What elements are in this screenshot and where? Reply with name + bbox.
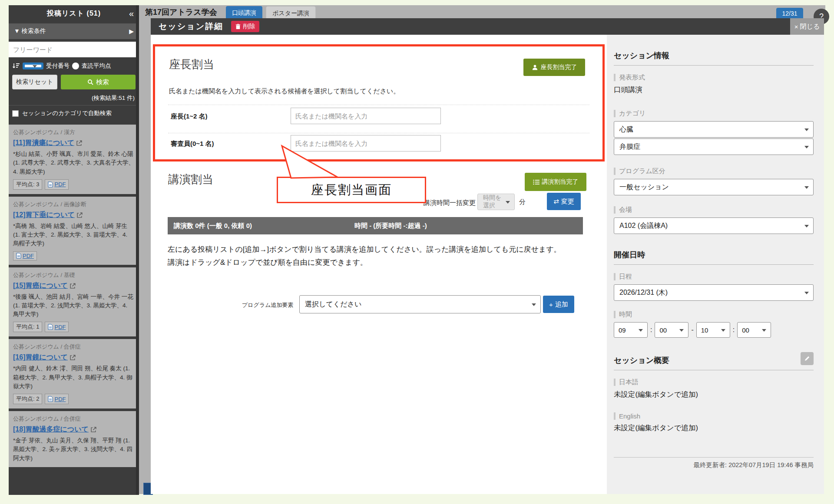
collapse-sidebar-icon[interactable]: « xyxy=(129,5,134,22)
modal-backdrop xyxy=(139,18,151,494)
sort-radio-receipt-number[interactable] xyxy=(23,63,43,69)
lecture-assignment-complete-button[interactable]: 講演割当完了 xyxy=(525,173,586,191)
submission-title-link[interactable]: [12]胃下垂について xyxy=(13,211,75,220)
modal-header: セッション詳細 削除 × 閉じる xyxy=(151,18,824,35)
session-detail-modal: セッション詳細 削除 × 閉じる 座長割当 座長割当完了 氏名または機関名を入力… xyxy=(151,18,824,494)
end-hour-select[interactable]: 10 xyxy=(696,322,730,338)
sidebar-divider xyxy=(136,5,139,495)
swap-icon: ⇄ xyxy=(553,198,559,205)
sort-row: 受付番号 査読平均点 xyxy=(9,57,139,74)
submission-card[interactable]: 公募シンポジウム / 合併症 [16]胃鏡について *内田 健人、鈴木 澪、岡田… xyxy=(9,339,139,411)
submission-card[interactable]: 公募シンポジウム / 合併症 [18]胃酸過多症について *金子 芽依、丸山 美… xyxy=(9,411,139,470)
chair-name-input[interactable] xyxy=(291,108,441,124)
japanese-overview-value: 未設定(編集ボタンで追加) xyxy=(614,390,814,399)
start-minute-select[interactable]: 00 xyxy=(655,322,688,338)
start-hour-select[interactable]: 09 xyxy=(614,322,648,338)
pdf-icon xyxy=(48,396,53,402)
examiner-name-input[interactable] xyxy=(291,135,441,152)
submission-authors: *内田 健人、鈴木 澪、岡田 朔、松尾 奏太 (1. 箱根大学、2. 鳥甲大学、… xyxy=(13,364,135,391)
auto-search-row[interactable]: セッションのカテゴリで自動検索 xyxy=(9,105,139,122)
search-result-count: (検索結果:51 件) xyxy=(9,90,139,105)
sidebar-header: 投稿リスト (51) « xyxy=(9,5,139,22)
submission-category: 公募シンポジウム / 合併症 xyxy=(13,343,135,351)
external-link-icon xyxy=(77,212,83,218)
pdf-link[interactable]: PDF xyxy=(13,251,37,260)
submission-category: 公募シンポジウム / 漢方 xyxy=(13,128,135,136)
search-conditions-label: 検索条件 xyxy=(22,27,46,34)
submission-authors: *金子 芽依、丸山 美月、久保 翔、平野 翔 (1. 黒姫大学、2. 美ヶ原大学… xyxy=(13,436,135,463)
submission-card[interactable]: 公募シンポジウム / 漢方 [11]胃潰瘍について *杉山 結菜、小野 颯真、市… xyxy=(9,125,139,197)
sort-radio-receipt-number-label[interactable]: 受付番号 xyxy=(46,62,70,70)
venue-select[interactable]: A102 (会議棟A) xyxy=(614,217,814,234)
submission-list-sidebar: 投稿リスト (51) « ▼ 検索条件 ▶ 受付番号 査読平均点 検索リセット … xyxy=(9,5,139,495)
date-select[interactable]: 2026/12/31 (木) xyxy=(614,284,814,301)
pdf-link[interactable]: PDF xyxy=(45,322,69,332)
search-reset-button[interactable]: 検索リセット xyxy=(12,75,57,89)
chair-assignment-complete-button[interactable]: 座長割当完了 xyxy=(523,59,585,76)
external-link-icon xyxy=(70,283,76,289)
edit-overview-button[interactable] xyxy=(801,352,814,365)
score-badge: 平均点: 3 xyxy=(13,179,42,190)
presentation-format-label: 発表形式 xyxy=(614,73,814,82)
time-label: 時間 xyxy=(614,310,814,319)
submission-title-link[interactable]: [11]胃潰瘍について xyxy=(13,138,74,148)
category-label: カテゴリ xyxy=(614,109,814,118)
external-link-icon xyxy=(70,355,76,360)
date-label: 日程 xyxy=(614,273,814,281)
submission-title-link[interactable]: [15]胃癌について xyxy=(13,281,68,290)
program-division-label: プログラム区分 xyxy=(614,167,814,175)
search-conditions-bar[interactable]: ▼ 検索条件 ▶ xyxy=(9,23,139,39)
conference-title: 第17回アトラス学会 xyxy=(145,7,217,17)
program-add-label: プログラム追加要素 xyxy=(242,301,294,309)
chair-row-label: 座長(1~2 名) xyxy=(171,112,208,121)
english-label: English xyxy=(614,412,814,420)
sort-radio-review-average-label[interactable]: 査読平均点 xyxy=(82,62,111,70)
end-minute-select[interactable]: 00 xyxy=(737,322,771,338)
submission-card[interactable]: 公募シンポジウム / 画像診断 [12]胃下垂について *高橋 旭、岩崎 結愛、… xyxy=(9,197,139,267)
submission-authors: *杉山 結菜、小野 颯真、市川 愛菜、鈴木 心陽 (1. 武尊大学、2. 武尊大… xyxy=(13,150,135,176)
submission-title-link[interactable]: [16]胃鏡について xyxy=(13,353,68,362)
change-button[interactable]: ⇄ 変更 xyxy=(547,193,581,210)
search-icon xyxy=(87,79,93,85)
search-button[interactable]: 検索 xyxy=(61,75,136,89)
sort-radio-review-average[interactable] xyxy=(72,63,79,69)
overview-heading: セッション概要 xyxy=(614,355,814,370)
program-division-select[interactable]: 一般セッション xyxy=(614,179,814,195)
filter-icon: ▼ xyxy=(14,27,20,34)
pdf-icon xyxy=(16,253,21,259)
program-add-select[interactable]: 選択してください xyxy=(299,295,541,313)
submission-title-link[interactable]: [18]胃酸過多症について xyxy=(13,425,89,434)
last-updated-text: 最終更新者: 2022年07月19日 19:46 事務局 xyxy=(614,457,814,469)
submission-authors: *高橋 旭、岩崎 結愛、山崎 悠人、山崎 芽生 (1. 富士大学、2. 黒姫大学… xyxy=(13,222,135,248)
category-select-1[interactable]: 心臓 xyxy=(614,121,814,138)
pdf-icon xyxy=(48,324,53,330)
external-link-icon xyxy=(76,140,82,146)
submission-card[interactable]: 公募シンポジウム / 基礎 [15]胃癌について *後藤 颯人、池田 結月、宮崎… xyxy=(9,267,139,339)
lecture-section-heading: 講演割当 xyxy=(168,172,213,187)
pdf-link[interactable]: PDF xyxy=(45,394,69,404)
category-select-2[interactable]: 弁膜症 xyxy=(614,138,814,155)
score-badge: 平均点: 1 xyxy=(13,322,42,332)
close-button[interactable]: × 閉じる xyxy=(790,18,824,35)
submission-category: 公募シンポジウム / 画像診断 xyxy=(13,201,135,208)
freeword-input[interactable] xyxy=(9,42,139,57)
bulk-time-select[interactable]: 時間を選択 xyxy=(477,194,515,210)
annotation-callout: 座長割当画面 xyxy=(277,177,426,203)
session-info-heading: セッション情報 xyxy=(614,50,814,66)
external-link-icon xyxy=(91,427,96,432)
sidebar-title: 投稿リスト (51) xyxy=(9,5,139,22)
examiner-row-label: 審査員(0~1 名) xyxy=(171,140,214,148)
add-button[interactable]: + 追加 xyxy=(543,296,574,313)
auto-search-checkbox[interactable] xyxy=(12,110,19,117)
pdf-link[interactable]: PDF xyxy=(45,179,69,190)
expand-icon[interactable]: ▶ xyxy=(129,28,134,35)
person-icon xyxy=(532,64,538,71)
session-info-panel: セッション情報 発表形式 口頭講演 カテゴリ 心臓 弁膜症 プログラム区分 一般… xyxy=(607,35,824,494)
english-overview-value: 未設定(編集ボタンで追加) xyxy=(614,423,814,433)
submission-category: 公募シンポジウム / 基礎 xyxy=(13,271,135,279)
date-badge[interactable]: 12/31 xyxy=(776,8,803,20)
trash-icon xyxy=(235,23,241,30)
delete-button[interactable]: 削除 xyxy=(231,21,259,32)
chair-section-description: 氏名または機関名を入力して表示される候補者を選択して割当してください。 xyxy=(169,87,400,96)
presentation-format-value: 口頭講演 xyxy=(614,85,814,95)
